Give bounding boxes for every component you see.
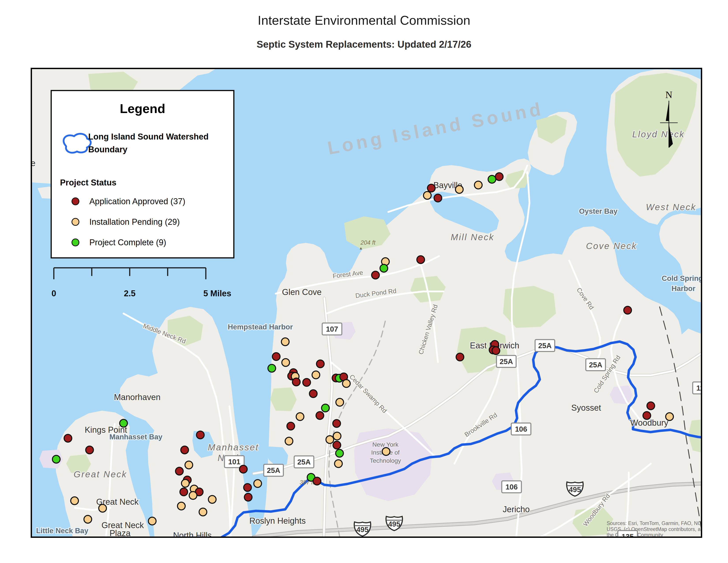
project-marker-pending bbox=[178, 502, 185, 510]
project-marker-approved bbox=[316, 412, 324, 420]
map-label-town: Syosset bbox=[571, 403, 601, 413]
map-label-nyit: New York bbox=[372, 441, 399, 448]
map-label-elevtri: ▲ bbox=[359, 246, 363, 250]
route-shield-number: 25A bbox=[589, 361, 602, 369]
project-marker-approved bbox=[181, 446, 189, 454]
project-marker-pending bbox=[335, 460, 342, 468]
project-marker-complete bbox=[322, 404, 329, 412]
project-marker-pending bbox=[333, 432, 341, 440]
project-marker-approved bbox=[313, 477, 321, 485]
route-shield-number: 107 bbox=[326, 325, 338, 333]
sources-line-1: Sources: Esri, TomTom, Garmin, FAO, NOAA… bbox=[607, 520, 710, 526]
project-marker-pending bbox=[189, 492, 197, 499]
project-marker-pending bbox=[185, 461, 193, 469]
project-marker-complete bbox=[336, 450, 343, 457]
route-shield-107: 107 bbox=[322, 323, 342, 335]
project-marker-approved bbox=[310, 390, 317, 398]
project-marker-approved bbox=[287, 422, 295, 430]
project-marker-pending bbox=[282, 359, 290, 367]
project-marker-pending bbox=[456, 186, 463, 193]
project-marker-approved bbox=[244, 493, 252, 501]
map-label-town: Woodbury bbox=[630, 418, 668, 428]
legend-item-label-complete: Project Complete (9) bbox=[89, 238, 166, 247]
route-shield-number: 106 bbox=[515, 425, 527, 433]
project-marker-approved bbox=[456, 353, 464, 361]
project-marker-approved bbox=[434, 194, 442, 202]
route-shield-number: 11 bbox=[696, 384, 704, 392]
map-label-water: Hempstead Harbor bbox=[228, 323, 293, 331]
scale-label-max: 5 Miles bbox=[203, 289, 231, 298]
page-title: Interstate Environmental Commission bbox=[258, 13, 470, 27]
route-shield-number: 106 bbox=[505, 483, 518, 491]
map-label-town: Roslyn Heights bbox=[249, 516, 306, 525]
route-shield-number: 25A bbox=[267, 466, 280, 475]
map-label-nyit: Technology bbox=[370, 457, 401, 464]
legend-item-label-approved: Application Approved (37) bbox=[89, 197, 185, 206]
project-marker-approved bbox=[428, 184, 435, 192]
project-marker-pending bbox=[285, 437, 293, 445]
project-marker-pending bbox=[148, 517, 156, 525]
map-label-town: Jericho bbox=[503, 505, 530, 514]
map-label-area: Great Neck bbox=[74, 469, 127, 479]
route-shield-number: 101 bbox=[228, 458, 240, 466]
map-label-area: Cove Neck bbox=[586, 241, 637, 251]
legend-item-label-pending: Installation Pending (29) bbox=[89, 217, 180, 226]
project-marker-approved bbox=[303, 379, 311, 386]
map-label-water: Oyster Bay bbox=[579, 207, 618, 215]
project-marker-pending bbox=[666, 413, 674, 421]
map-label-town: Plaza bbox=[109, 529, 131, 538]
route-shield-number: 495 bbox=[569, 486, 581, 494]
route-shield-11: 11 bbox=[693, 382, 708, 394]
project-marker-approved bbox=[333, 420, 341, 428]
project-marker-pending bbox=[424, 192, 431, 199]
project-marker-pending bbox=[254, 480, 262, 488]
scale-label-mid: 2.5 bbox=[124, 289, 136, 298]
project-marker-approved bbox=[86, 446, 94, 454]
project-marker-approved bbox=[293, 378, 300, 386]
map-export-page: Interstate Environmental Commission Sept… bbox=[0, 0, 728, 563]
legend: Legend Long Island Sound Watershed Bound… bbox=[51, 90, 234, 258]
route-shield-106: 106 bbox=[502, 481, 522, 493]
project-marker-pending bbox=[475, 181, 482, 189]
project-marker-approved bbox=[647, 402, 655, 410]
map-label-area: West Neck bbox=[646, 202, 696, 212]
project-marker-approved bbox=[624, 307, 632, 314]
project-marker-approved bbox=[333, 441, 341, 449]
route-shield-25A: 25A bbox=[535, 340, 555, 352]
project-marker-approved bbox=[317, 360, 324, 368]
project-marker-pending bbox=[312, 371, 320, 379]
project-marker-pending bbox=[99, 505, 107, 512]
project-marker-pending bbox=[382, 448, 390, 456]
project-marker-approved bbox=[180, 488, 188, 496]
project-marker-pending bbox=[326, 436, 334, 444]
project-marker-pending bbox=[336, 399, 344, 406]
project-marker-complete bbox=[268, 365, 276, 372]
project-marker-approved bbox=[272, 353, 280, 361]
project-marker-approved bbox=[372, 271, 379, 279]
route-shield-25A: 25A bbox=[497, 356, 516, 368]
project-marker-approved bbox=[176, 467, 183, 475]
project-marker-complete bbox=[120, 420, 128, 427]
route-shield-25A: 25A bbox=[264, 464, 283, 476]
page-subtitle: Septic System Replacements: Updated 2/17… bbox=[257, 39, 471, 50]
project-marker-pending bbox=[71, 497, 79, 505]
project-marker-approved bbox=[643, 412, 651, 420]
legend-swatch-complete bbox=[72, 239, 79, 246]
route-shield-number: 25A bbox=[538, 342, 552, 350]
map-label-water: Cold Spring bbox=[662, 274, 703, 283]
project-marker-complete bbox=[53, 456, 60, 463]
legend-swatch-pending bbox=[72, 218, 79, 225]
map-label-area: Manhasset bbox=[208, 443, 259, 452]
legend-watershed-label-line1: Long Island Sound Watershed bbox=[88, 132, 208, 141]
project-marker-pending bbox=[208, 496, 216, 503]
project-marker-approved bbox=[244, 484, 251, 492]
project-marker-pending bbox=[84, 516, 92, 523]
route-shield-number: 495 bbox=[388, 520, 400, 528]
north-arrow-label: N bbox=[665, 89, 672, 100]
map-label-water: Little Neck Bay bbox=[36, 527, 88, 535]
project-marker-complete bbox=[380, 264, 388, 272]
scale-label-0: 0 bbox=[51, 289, 56, 298]
route-shield-25A: 25A bbox=[586, 359, 606, 371]
map-label-town: North Hills bbox=[173, 531, 212, 540]
map-document: Interstate Environmental Commission Sept… bbox=[0, 0, 728, 563]
